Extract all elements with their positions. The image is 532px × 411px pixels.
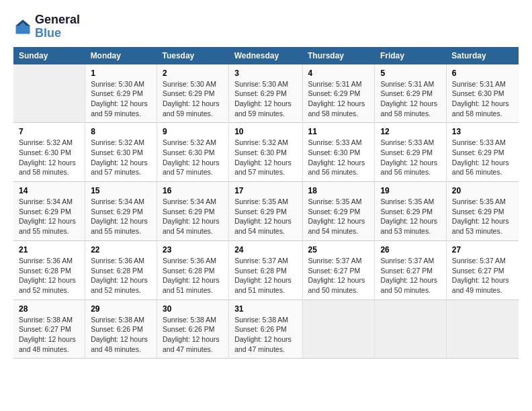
calendar-cell: 5Sunrise: 5:31 AM Sunset: 6:29 PM Daylig… [375, 64, 446, 123]
calendar-cell: 12Sunrise: 5:33 AM Sunset: 6:29 PM Dayli… [375, 123, 446, 182]
calendar-cell: 7Sunrise: 5:32 AM Sunset: 6:30 PM Daylig… [13, 123, 85, 182]
day-number: 1 [91, 68, 151, 78]
day-number: 23 [163, 245, 223, 255]
day-content: Sunrise: 5:35 AM Sunset: 6:29 PM Dayligh… [452, 197, 513, 236]
day-content: Sunrise: 5:30 AM Sunset: 6:29 PM Dayligh… [234, 79, 296, 119]
day-number: 27 [452, 245, 513, 255]
calendar-cell: 22Sunrise: 5:36 AM Sunset: 6:28 PM Dayli… [85, 240, 157, 300]
calendar-cell: 10Sunrise: 5:32 AM Sunset: 6:30 PM Dayli… [229, 123, 302, 182]
day-number: 15 [91, 186, 151, 195]
day-content: Sunrise: 5:33 AM Sunset: 6:29 PM Dayligh… [380, 138, 440, 177]
calendar-cell: 13Sunrise: 5:33 AM Sunset: 6:29 PM Dayli… [446, 123, 519, 182]
day-number: 17 [234, 186, 296, 195]
logo: General Blue [13, 13, 80, 40]
day-content: Sunrise: 5:34 AM Sunset: 6:29 PM Dayligh… [19, 197, 79, 236]
week-row-2: 7Sunrise: 5:32 AM Sunset: 6:30 PM Daylig… [13, 123, 519, 182]
week-row-5: 28Sunrise: 5:38 AM Sunset: 6:27 PM Dayli… [13, 300, 519, 359]
day-number: 13 [452, 127, 513, 136]
day-number: 14 [19, 186, 79, 195]
day-number: 20 [452, 186, 513, 195]
day-number: 22 [91, 245, 151, 255]
day-content: Sunrise: 5:31 AM Sunset: 6:30 PM Dayligh… [452, 79, 513, 119]
day-content: Sunrise: 5:37 AM Sunset: 6:27 PM Dayligh… [380, 256, 440, 295]
day-content: Sunrise: 5:35 AM Sunset: 6:29 PM Dayligh… [308, 197, 369, 236]
day-number: 4 [308, 68, 369, 78]
calendar-cell: 25Sunrise: 5:37 AM Sunset: 6:27 PM Dayli… [302, 240, 375, 300]
calendar-cell: 15Sunrise: 5:34 AM Sunset: 6:29 PM Dayli… [85, 182, 157, 241]
calendar-cell: 1Sunrise: 5:30 AM Sunset: 6:29 PM Daylig… [85, 64, 157, 123]
calendar-cell: 29Sunrise: 5:38 AM Sunset: 6:26 PM Dayli… [85, 300, 157, 359]
weekday-header-friday: Friday [375, 47, 446, 64]
calendar-cell: 18Sunrise: 5:35 AM Sunset: 6:29 PM Dayli… [302, 182, 375, 241]
calendar-cell: 9Sunrise: 5:32 AM Sunset: 6:30 PM Daylig… [157, 123, 228, 182]
weekday-header-saturday: Saturday [446, 47, 519, 64]
calendar-cell: 14Sunrise: 5:34 AM Sunset: 6:29 PM Dayli… [13, 182, 85, 241]
day-content: Sunrise: 5:30 AM Sunset: 6:29 PM Dayligh… [91, 79, 151, 119]
day-content: Sunrise: 5:36 AM Sunset: 6:28 PM Dayligh… [163, 256, 223, 295]
day-content: Sunrise: 5:35 AM Sunset: 6:29 PM Dayligh… [234, 197, 296, 236]
day-number: 9 [163, 127, 223, 136]
calendar-cell: 4Sunrise: 5:31 AM Sunset: 6:29 PM Daylig… [302, 64, 375, 123]
calendar-cell: 28Sunrise: 5:38 AM Sunset: 6:27 PM Dayli… [13, 300, 85, 359]
day-number: 10 [234, 127, 296, 136]
day-content: Sunrise: 5:34 AM Sunset: 6:29 PM Dayligh… [163, 197, 223, 236]
day-number: 12 [380, 127, 440, 136]
calendar-cell: 16Sunrise: 5:34 AM Sunset: 6:29 PM Dayli… [157, 182, 228, 241]
calendar-table: SundayMondayTuesdayWednesdayThursdayFrid… [13, 47, 519, 359]
calendar-cell: 3Sunrise: 5:30 AM Sunset: 6:29 PM Daylig… [229, 64, 302, 123]
day-number: 21 [19, 245, 79, 255]
day-number: 29 [91, 304, 151, 314]
calendar-cell [13, 64, 85, 123]
weekday-header-tuesday: Tuesday [157, 47, 228, 64]
calendar-cell: 24Sunrise: 5:37 AM Sunset: 6:28 PM Dayli… [229, 240, 302, 300]
day-number: 26 [380, 245, 440, 255]
calendar-cell: 17Sunrise: 5:35 AM Sunset: 6:29 PM Dayli… [229, 182, 302, 241]
calendar-cell [375, 300, 446, 359]
logo-text: General Blue [35, 13, 80, 40]
day-number: 2 [163, 68, 223, 78]
calendar-cell: 27Sunrise: 5:37 AM Sunset: 6:27 PM Dayli… [446, 240, 519, 300]
calendar-cell: 30Sunrise: 5:38 AM Sunset: 6:26 PM Dayli… [157, 300, 228, 359]
day-number: 3 [234, 68, 296, 78]
week-row-1: 1Sunrise: 5:30 AM Sunset: 6:29 PM Daylig… [13, 64, 519, 123]
calendar-cell: 26Sunrise: 5:37 AM Sunset: 6:27 PM Dayli… [375, 240, 446, 300]
day-number: 28 [19, 304, 79, 314]
day-number: 7 [19, 127, 79, 136]
day-number: 16 [163, 186, 223, 195]
day-content: Sunrise: 5:37 AM Sunset: 6:28 PM Dayligh… [234, 256, 296, 295]
day-number: 18 [308, 186, 369, 195]
day-number: 8 [91, 127, 151, 136]
weekday-header-wednesday: Wednesday [229, 47, 302, 64]
calendar-cell [302, 300, 375, 359]
weekday-header-thursday: Thursday [302, 47, 375, 64]
calendar-cell: 19Sunrise: 5:35 AM Sunset: 6:29 PM Dayli… [375, 182, 446, 241]
day-content: Sunrise: 5:38 AM Sunset: 6:26 PM Dayligh… [91, 315, 151, 355]
day-content: Sunrise: 5:32 AM Sunset: 6:30 PM Dayligh… [19, 138, 79, 177]
calendar-cell: 11Sunrise: 5:33 AM Sunset: 6:30 PM Dayli… [302, 123, 375, 182]
week-row-4: 21Sunrise: 5:36 AM Sunset: 6:28 PM Dayli… [13, 240, 519, 300]
day-number: 19 [380, 186, 440, 195]
calendar-cell: 2Sunrise: 5:30 AM Sunset: 6:29 PM Daylig… [157, 64, 228, 123]
day-content: Sunrise: 5:33 AM Sunset: 6:29 PM Dayligh… [452, 138, 513, 177]
weekday-header-row: SundayMondayTuesdayWednesdayThursdayFrid… [13, 47, 519, 64]
day-number: 31 [234, 304, 296, 314]
weekday-header-monday: Monday [85, 47, 157, 64]
day-content: Sunrise: 5:32 AM Sunset: 6:30 PM Dayligh… [163, 138, 223, 177]
day-number: 6 [452, 68, 513, 78]
calendar-cell: 31Sunrise: 5:38 AM Sunset: 6:26 PM Dayli… [229, 300, 302, 359]
page-header: General Blue [13, 13, 519, 40]
day-content: Sunrise: 5:34 AM Sunset: 6:29 PM Dayligh… [91, 197, 151, 236]
day-number: 30 [163, 304, 223, 314]
week-row-3: 14Sunrise: 5:34 AM Sunset: 6:29 PM Dayli… [13, 182, 519, 241]
day-content: Sunrise: 5:32 AM Sunset: 6:30 PM Dayligh… [91, 138, 151, 177]
day-content: Sunrise: 5:31 AM Sunset: 6:29 PM Dayligh… [380, 79, 440, 119]
day-content: Sunrise: 5:30 AM Sunset: 6:29 PM Dayligh… [163, 79, 223, 119]
calendar-cell: 23Sunrise: 5:36 AM Sunset: 6:28 PM Dayli… [157, 240, 228, 300]
day-content: Sunrise: 5:38 AM Sunset: 6:26 PM Dayligh… [163, 315, 223, 355]
day-number: 11 [308, 127, 369, 136]
calendar-cell [446, 300, 519, 359]
weekday-header-sunday: Sunday [13, 47, 85, 64]
day-content: Sunrise: 5:37 AM Sunset: 6:27 PM Dayligh… [308, 256, 369, 295]
day-content: Sunrise: 5:33 AM Sunset: 6:30 PM Dayligh… [308, 138, 369, 177]
day-content: Sunrise: 5:36 AM Sunset: 6:28 PM Dayligh… [91, 256, 151, 295]
